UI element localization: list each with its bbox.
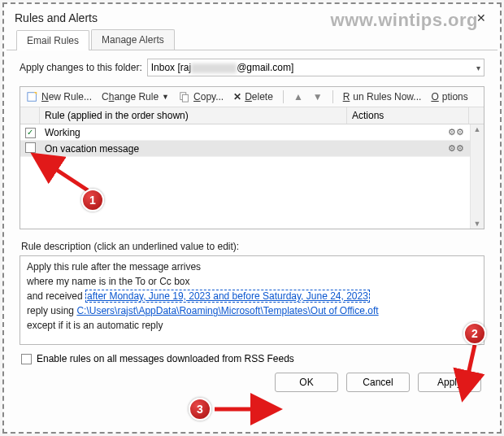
run-rules-now-button[interactable]: Run Rules Now...: [343, 91, 422, 102]
delete-icon: ✕: [233, 91, 241, 102]
apply-button[interactable]: Apply: [418, 373, 481, 392]
svg-rect-2: [182, 94, 188, 102]
move-up-button[interactable]: ▲: [293, 91, 303, 102]
titlebar: Rules and Alerts ✕: [7, 7, 497, 26]
svg-rect-0: [28, 93, 37, 102]
cancel-button[interactable]: Cancel: [346, 373, 410, 392]
new-rule-icon: [27, 91, 38, 102]
rule-actions-icon: ⚙⚙: [347, 143, 469, 154]
rules-toolbar: NNew Rule...ew Rule... Change Rule▼ Copy…: [20, 87, 484, 107]
col-actions-header[interactable]: Actions: [347, 107, 469, 124]
desc-line: Apply this rule after the message arrive…: [27, 259, 477, 274]
copy-icon: [179, 91, 190, 102]
tab-email-rules[interactable]: Email Rules: [16, 30, 89, 50]
template-path-link[interactable]: C:\Users\rajst\AppData\Roaming\Microsoft…: [76, 305, 378, 316]
change-rule-button[interactable]: Change Rule▼: [102, 91, 169, 102]
rss-checkbox[interactable]: [21, 354, 32, 364]
rule-checkbox[interactable]: ✓: [25, 128, 36, 138]
delete-button[interactable]: ✕ Delete: [233, 91, 273, 102]
window-title: Rules and Alerts: [15, 11, 98, 24]
grid-header: Rule (applied in the order shown) Action…: [20, 107, 484, 124]
desc-line: and received after Monday, June 19, 2023…: [27, 289, 477, 303]
scroll-up-icon[interactable]: ▲: [471, 124, 484, 134]
rule-checkbox[interactable]: [25, 142, 36, 153]
rules-alerts-dialog: Rules and Alerts ✕ www.wintips.org Email…: [7, 7, 497, 429]
rule-name: Working: [40, 127, 347, 138]
folder-prefix: Inbox [raj: [151, 62, 191, 73]
close-icon[interactable]: ✕: [471, 11, 491, 24]
rss-label: Enable rules on all messages downloaded …: [37, 353, 294, 364]
description-box: Apply this rule after the message arrive…: [20, 255, 484, 345]
folder-combo[interactable]: Inbox [rajxxxxxx@gmail.com] ▾: [147, 59, 484, 76]
desc-line: reply using C:\Users\rajst\AppData\Roami…: [27, 303, 477, 318]
folder-label: Apply changes to this folder:: [20, 62, 142, 73]
tab-manage-alerts[interactable]: Manage Alerts: [91, 29, 175, 50]
scroll-down-icon[interactable]: ▼: [471, 219, 484, 229]
chevron-down-icon[interactable]: ▾: [476, 63, 480, 72]
tabs: Email Rules Manage Alerts: [7, 26, 497, 50]
new-rule-button[interactable]: NNew Rule...ew Rule...: [27, 91, 92, 102]
desc-line: where my name is in the To or Cc box: [27, 274, 477, 289]
scrollbar[interactable]: ▲ ▼: [470, 124, 484, 229]
options-button[interactable]: Options: [431, 91, 467, 102]
rule-actions-icon: ⚙⚙: [347, 127, 469, 137]
rule-name: On vacation message: [40, 143, 347, 155]
table-row[interactable]: ✓ Working ⚙⚙: [20, 124, 484, 141]
desc-line: except if it is an automatic reply: [27, 318, 477, 333]
date-range-link[interactable]: after Monday, June 19, 2023 and before S…: [85, 290, 370, 303]
ok-button[interactable]: OK: [275, 373, 338, 392]
folder-suffix: @gmail.com]: [237, 62, 293, 73]
table-row[interactable]: On vacation message ⚙⚙: [20, 141, 484, 157]
col-rule-header[interactable]: Rule (applied in the order shown): [40, 107, 347, 124]
chevron-down-icon: ▼: [162, 93, 169, 101]
copy-button[interactable]: Copy...: [179, 91, 224, 102]
redacted-text: xxxxxx: [191, 63, 237, 73]
rules-listbox: NNew Rule...ew Rule... Change Rule▼ Copy…: [20, 86, 484, 229]
description-label: Rule description (click an underlined va…: [21, 241, 484, 252]
move-down-button[interactable]: ▼: [313, 91, 323, 102]
